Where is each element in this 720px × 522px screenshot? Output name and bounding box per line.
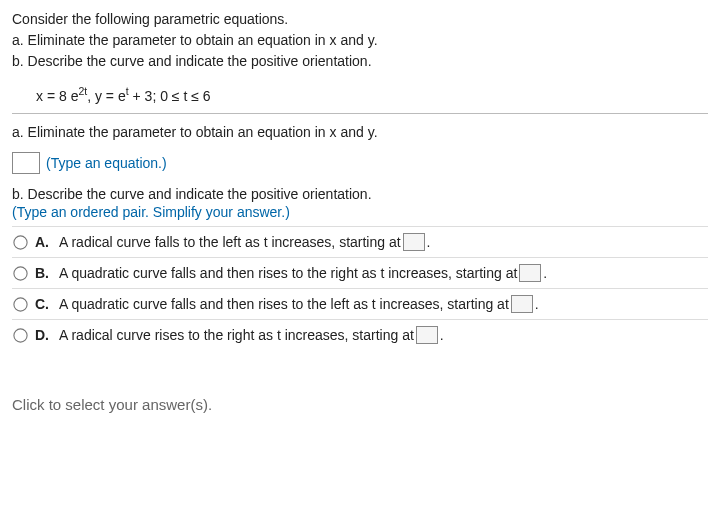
section-a-label: a. Eliminate the parameter to obtain an …: [12, 124, 708, 140]
option-c-before: A quadratic curve falls and then rises t…: [59, 296, 509, 312]
section-b-label: b. Describe the curve and indicate the p…: [12, 186, 708, 202]
eq-y-tail: + 3; 0 ≤ t ≤ 6: [129, 87, 211, 103]
option-b-text: A quadratic curve falls and then rises t…: [59, 264, 547, 282]
prompt-intro: Consider the following parametric equati…: [12, 10, 708, 29]
option-a-radio[interactable]: [13, 235, 27, 249]
option-a-before: A radical curve falls to the left as t i…: [59, 234, 401, 250]
section-b-hint: (Type an ordered pair. Simplify your ans…: [12, 204, 708, 220]
option-c-after: .: [535, 296, 539, 312]
parametric-equations: x = 8 e2t, y = et + 3; 0 ≤ t ≤ 6: [36, 85, 708, 104]
option-c-letter: C.: [35, 296, 53, 312]
prompt-part-a: a. Eliminate the parameter to obtain an …: [12, 31, 708, 50]
option-b-before: A quadratic curve falls and then rises t…: [59, 265, 517, 281]
eq-y-lhs: y = e: [95, 87, 126, 103]
option-c-text: A quadratic curve falls and then rises t…: [59, 295, 539, 313]
option-a-row[interactable]: A. A radical curve falls to the left as …: [12, 226, 708, 257]
divider: [12, 113, 708, 114]
option-d-row[interactable]: D. A radical curve rises to the right as…: [12, 319, 708, 350]
answer-options: A. A radical curve falls to the left as …: [12, 226, 708, 350]
equation-answer-row: (Type an equation.): [12, 152, 708, 174]
option-c-radio[interactable]: [13, 297, 27, 311]
option-d-after: .: [440, 327, 444, 343]
option-b-after: .: [543, 265, 547, 281]
option-d-letter: D.: [35, 327, 53, 343]
option-a-text: A radical curve falls to the left as t i…: [59, 233, 431, 251]
option-b-radio[interactable]: [13, 266, 27, 280]
equation-answer-input[interactable]: [12, 152, 40, 174]
eq-x-lhs: x = 8 e: [36, 87, 78, 103]
option-a-after: .: [427, 234, 431, 250]
eq-separator: ,: [87, 87, 95, 103]
option-c-row[interactable]: C. A quadratic curve falls and then rise…: [12, 288, 708, 319]
option-d-before: A radical curve rises to the right as t …: [59, 327, 414, 343]
option-d-input[interactable]: [416, 326, 438, 344]
option-b-row[interactable]: B. A quadratic curve falls and then rise…: [12, 257, 708, 288]
question-prompt: Consider the following parametric equati…: [12, 10, 708, 71]
option-d-radio[interactable]: [13, 328, 27, 342]
option-c-input[interactable]: [511, 295, 533, 313]
option-b-letter: B.: [35, 265, 53, 281]
equation-answer-hint: (Type an equation.): [46, 155, 167, 171]
option-a-input[interactable]: [403, 233, 425, 251]
prompt-part-b: b. Describe the curve and indicate the p…: [12, 52, 708, 71]
option-b-input[interactable]: [519, 264, 541, 282]
eq-x-exponent: 2t: [78, 85, 87, 97]
option-d-text: A radical curve rises to the right as t …: [59, 326, 444, 344]
option-a-letter: A.: [35, 234, 53, 250]
footer-instruction: Click to select your answer(s).: [12, 396, 708, 413]
